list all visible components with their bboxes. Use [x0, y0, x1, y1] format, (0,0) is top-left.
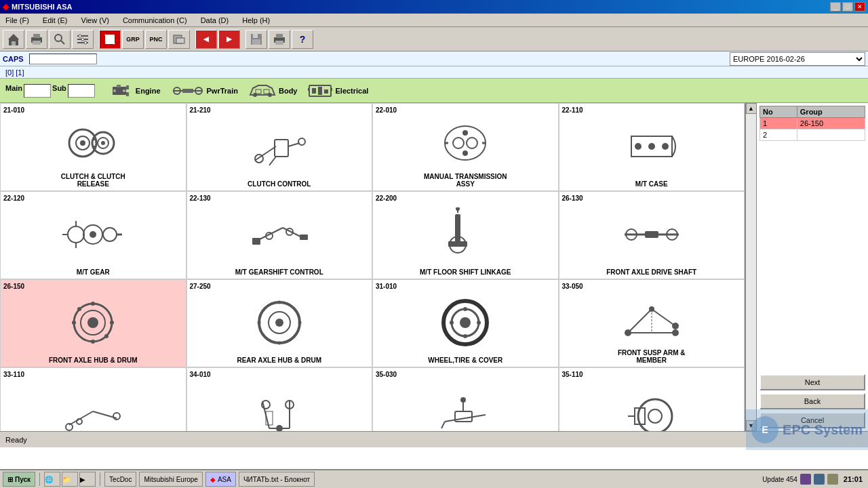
- category-engine[interactable]: Engine: [111, 83, 161, 99]
- part-35030[interactable]: 35-030: [372, 367, 559, 431]
- explorer-button[interactable]: 📁: [62, 472, 78, 487]
- settings-button[interactable]: [72, 30, 94, 49]
- part-code: 35-110: [562, 371, 583, 378]
- part-name: FRONT AXLE HUB & DRUM: [49, 357, 138, 364]
- maximize-button[interactable]: □: [842, 2, 853, 12]
- svg-point-67: [648, 143, 655, 150]
- main-input[interactable]: [24, 84, 51, 98]
- tray-icon-1: [800, 474, 811, 485]
- svg-line-53: [256, 146, 276, 160]
- engine-icon: [111, 83, 133, 99]
- pnc-button[interactable]: PNC: [145, 30, 167, 49]
- start-button[interactable]: ⊞ Пуск: [3, 472, 35, 487]
- svg-rect-5: [33, 41, 41, 45]
- help-button[interactable]: ?: [292, 30, 313, 49]
- part-33050[interactable]: 33-050 FRONT SUSP ARM &MEMBER: [559, 279, 745, 367]
- part-26130[interactable]: 26-130 FRONT AXLE DRIVE SHAFT: [559, 191, 745, 279]
- part-22010[interactable]: 22-010 MANUAL TRANSMISSIONASSY: [372, 103, 559, 191]
- group-value: 26-150: [797, 118, 865, 129]
- scroll-column: ▲ ▼: [745, 103, 756, 431]
- svg-point-64: [462, 130, 468, 136]
- part-code: 27-250: [190, 283, 211, 290]
- tecdoc-button[interactable]: TecDoc: [104, 472, 136, 487]
- print2-button[interactable]: [269, 30, 290, 49]
- red-button[interactable]: [99, 30, 121, 49]
- svg-point-69: [68, 226, 84, 243]
- grp-button[interactable]: GRP: [122, 30, 144, 49]
- sub-input[interactable]: [68, 84, 95, 98]
- part-21010[interactable]: 21-010 CLUTCH & CLUTCHRELEASE: [0, 103, 186, 191]
- notepad-button[interactable]: ЧИТАТЬ.txt - Блокнот: [239, 472, 315, 487]
- part-33110[interactable]: 33-110: [0, 367, 186, 431]
- minimize-button[interactable]: _: [830, 2, 841, 12]
- svg-rect-27: [117, 85, 121, 87]
- group-no: 1: [760, 118, 797, 129]
- cancel-button[interactable]: Cancel: [760, 412, 865, 428]
- scroll-up-button[interactable]: ▲: [746, 103, 757, 114]
- part-34010[interactable]: 34-010: [186, 367, 373, 431]
- part-22120[interactable]: 22-120 M/T GEAR: [0, 191, 186, 279]
- part-22110[interactable]: 22-110 M/T CASE: [559, 103, 745, 191]
- category-powertrain[interactable]: PwrTrain: [172, 83, 238, 99]
- svg-point-61: [467, 138, 477, 148]
- svg-line-139: [441, 422, 445, 428]
- category-electrical[interactable]: Electrical: [308, 83, 368, 99]
- group-row-2[interactable]: 2: [760, 129, 865, 141]
- menu-view[interactable]: View (V): [79, 15, 112, 26]
- menu-help[interactable]: Help (H): [239, 15, 273, 26]
- taskbar-separator-2: [100, 472, 100, 486]
- app-title: MITSUBISHI ASA: [12, 3, 72, 11]
- group-row-1[interactable]: 1 26-150: [760, 118, 865, 129]
- breadcrumb-1[interactable]: [1]: [16, 68, 24, 77]
- part-code: 22-110: [562, 106, 583, 114]
- caps-input[interactable]: [29, 54, 97, 64]
- mitsubishi-label: Mitsubishi Europe: [144, 476, 197, 483]
- svg-rect-26: [126, 92, 129, 96]
- svg-rect-33: [182, 89, 193, 93]
- svg-rect-22: [276, 34, 283, 38]
- breadcrumb-0[interactable]: [0]: [5, 68, 14, 77]
- svg-point-87: [456, 207, 460, 211]
- part-22130[interactable]: 22-130 M/T GEARSHIFT CONTROL: [186, 191, 373, 279]
- svg-line-116: [652, 309, 675, 326]
- col-no: No: [760, 106, 797, 118]
- region-select[interactable]: EUROPE 2016-02-26: [730, 52, 865, 66]
- part-31010[interactable]: 31-010 WHEEL,TIRE & COVER: [372, 279, 559, 367]
- scroll-track[interactable]: [746, 114, 757, 420]
- part-21210[interactable]: 21-210 CLUTCH CONTROL: [186, 103, 373, 191]
- parts-grid: 21-010 CLUTCH & CLUTCHRELEASE: [0, 103, 745, 431]
- asa-button[interactable]: ◆ ASA: [205, 472, 236, 487]
- update-text: Update 454: [762, 476, 797, 483]
- category-body[interactable]: Body: [249, 83, 298, 99]
- media-button[interactable]: ▶: [79, 472, 96, 487]
- svg-point-114: [477, 321, 481, 325]
- menu-communication[interactable]: Communication (C): [120, 15, 190, 26]
- ie-button[interactable]: 🌐: [44, 472, 60, 487]
- back-button[interactable]: Back: [760, 393, 865, 409]
- part-image: [562, 378, 742, 431]
- start-label: Пуск: [15, 476, 31, 483]
- print-button[interactable]: [26, 30, 47, 49]
- close-button[interactable]: ✕: [854, 2, 865, 12]
- toolbar: GRP PNC ◀ ▶ ?: [0, 27, 868, 52]
- prev-button[interactable]: ◀: [195, 30, 217, 49]
- part-27250[interactable]: 27-250 REAR AXLE HUB & DRUM: [186, 279, 373, 367]
- svg-rect-23: [275, 41, 283, 45]
- save-button[interactable]: [245, 30, 267, 49]
- part-name: M/T CASE: [635, 180, 668, 188]
- svg-rect-91: [645, 231, 658, 238]
- ref-button[interactable]: [168, 30, 190, 49]
- part-22200[interactable]: 22-200 M/T FLOOR SHIFT LINKAGE: [372, 191, 559, 279]
- search-button[interactable]: [49, 30, 71, 49]
- part-26150[interactable]: 26-150 FRONT AXLE HUB & DRUM: [0, 279, 186, 367]
- home-button[interactable]: [3, 30, 24, 49]
- menu-edit[interactable]: Edit (E): [40, 15, 71, 26]
- title-bar: ◆ MITSUBISHI ASA _ □ ✕: [0, 0, 868, 14]
- next-button[interactable]: Next: [760, 374, 865, 390]
- mitsubishi-button[interactable]: Mitsubishi Europe: [139, 472, 202, 487]
- menu-data[interactable]: Data (D): [198, 15, 232, 26]
- scroll-down-button[interactable]: ▼: [746, 420, 757, 431]
- part-35110[interactable]: 35-110: [559, 367, 745, 431]
- menu-file[interactable]: File (F): [3, 15, 32, 26]
- next-button[interactable]: ▶: [218, 30, 240, 49]
